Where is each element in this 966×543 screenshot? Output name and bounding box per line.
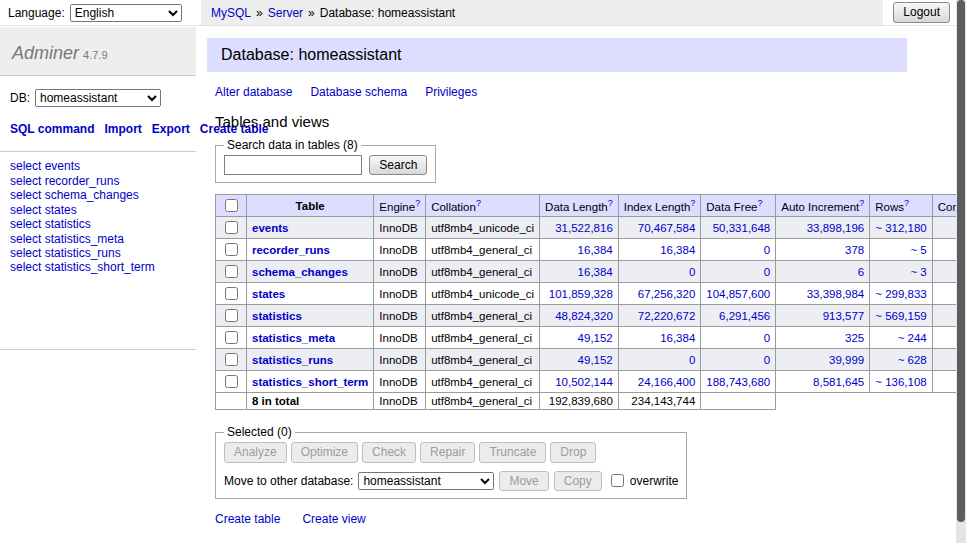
bulk-action-button[interactable]: Repair xyxy=(420,442,475,462)
sidebar-table-link[interactable]: select statistics_meta xyxy=(10,233,186,246)
table-name-link[interactable]: statistics xyxy=(252,310,302,322)
db-action-link[interactable]: Database schema xyxy=(310,85,407,99)
rows-count-link[interactable]: ~ 628 xyxy=(898,354,927,366)
help-link[interactable]: ? xyxy=(476,198,481,208)
data-free-link[interactable]: 0 xyxy=(764,354,770,366)
index-length-link[interactable]: 16,384 xyxy=(660,332,695,344)
index-length-link[interactable]: 0 xyxy=(689,266,695,278)
scrollbar-track[interactable] xyxy=(956,0,966,543)
index-length-link[interactable]: 70,467,584 xyxy=(638,222,696,234)
bulk-action-button[interactable]: Check xyxy=(362,442,416,462)
logout-button[interactable]: Logout xyxy=(893,2,950,22)
create-link[interactable]: Create view xyxy=(302,512,365,526)
data-length-link[interactable]: 31,522,816 xyxy=(555,222,613,234)
sidebar-table-link[interactable]: select events xyxy=(10,160,186,173)
overwrite-checkbox[interactable] xyxy=(611,474,624,487)
rows-count-link[interactable]: ~ 5 xyxy=(910,244,926,256)
data-free-link[interactable]: 0 xyxy=(764,266,770,278)
sidebar-menu-link[interactable]: SQL command xyxy=(10,122,94,136)
index-length-link[interactable]: 0 xyxy=(689,354,695,366)
index-length-link[interactable]: 72,220,672 xyxy=(638,310,696,322)
auto-increment-link[interactable]: 378 xyxy=(845,244,864,256)
bulk-action-button[interactable]: Analyze xyxy=(224,442,287,462)
data-length-link[interactable]: 101,859,328 xyxy=(549,288,613,300)
row-checkbox[interactable] xyxy=(225,287,238,300)
sidebar-table-link[interactable]: select statistics_short_term xyxy=(10,261,186,274)
data-length-link[interactable]: 49,152 xyxy=(578,332,613,344)
sidebar-menu-link[interactable]: Import xyxy=(104,122,141,136)
row-checkbox[interactable] xyxy=(225,243,238,256)
help-link[interactable]: ? xyxy=(859,198,864,208)
adminer-version[interactable]: 4.7.9 xyxy=(83,49,107,61)
index-length-link[interactable]: 16,384 xyxy=(660,244,695,256)
table-name-link[interactable]: events xyxy=(252,222,288,234)
table-name-link[interactable]: statistics_meta xyxy=(252,332,335,344)
language-select[interactable]: English xyxy=(70,4,182,22)
data-free-link[interactable]: 50,331,648 xyxy=(713,222,771,234)
table-name-link[interactable]: recorder_runs xyxy=(252,244,330,256)
row-checkbox[interactable] xyxy=(225,265,238,278)
table-name-link[interactable]: statistics_runs xyxy=(252,354,333,366)
auto-increment-link[interactable]: 6 xyxy=(858,266,864,278)
breadcrumb-server-link[interactable]: Server xyxy=(268,6,303,20)
sidebar-table-link[interactable]: select schema_changes xyxy=(10,189,186,202)
row-checkbox[interactable] xyxy=(225,309,238,322)
table-name-link[interactable]: schema_changes xyxy=(252,266,348,278)
data-free-link[interactable]: 0 xyxy=(764,332,770,344)
auto-increment-link[interactable]: 325 xyxy=(845,332,864,344)
data-free-link[interactable]: 0 xyxy=(764,244,770,256)
sidebar-table-link[interactable]: select statistics_runs xyxy=(10,247,186,260)
auto-increment-link[interactable]: 33,398,984 xyxy=(807,288,865,300)
db-action-link[interactable]: Privileges xyxy=(425,85,477,99)
move-button[interactable]: Move xyxy=(499,471,548,491)
row-checkbox[interactable] xyxy=(225,353,238,366)
auto-increment-link[interactable]: 33,898,196 xyxy=(807,222,865,234)
help-link[interactable]: ? xyxy=(690,198,695,208)
data-length-link[interactable]: 10,502,144 xyxy=(555,376,613,388)
rows-count-link[interactable]: ~ 569,159 xyxy=(875,310,926,322)
auto-increment-link[interactable]: 8,581,645 xyxy=(813,376,864,388)
sidebar-menu-link[interactable]: Export xyxy=(152,122,190,136)
sidebar-table-link[interactable]: select states xyxy=(10,204,186,217)
help-link[interactable]: ? xyxy=(757,198,762,208)
search-button[interactable]: Search xyxy=(369,155,427,175)
row-checkbox[interactable] xyxy=(225,375,238,388)
help-link[interactable]: ? xyxy=(415,198,420,208)
bulk-action-button[interactable]: Optimize xyxy=(291,442,358,462)
rows-count-link[interactable]: ~ 136,108 xyxy=(875,376,926,388)
rows-count-link[interactable]: ~ 312,180 xyxy=(875,222,926,234)
rows-count-link[interactable]: ~ 3 xyxy=(910,266,926,278)
data-length-link[interactable]: 48,824,320 xyxy=(555,310,613,322)
adminer-logo[interactable]: Adminer xyxy=(12,43,79,63)
sidebar-table-link[interactable]: select recorder_runs xyxy=(10,175,186,188)
data-length-link[interactable]: 16,384 xyxy=(578,266,613,278)
data-free-link[interactable]: 188,743,680 xyxy=(706,376,770,388)
auto-increment-link[interactable]: 39,999 xyxy=(829,354,864,366)
help-link[interactable]: ? xyxy=(608,198,613,208)
db-select[interactable]: homeassistant xyxy=(35,89,161,107)
data-free-link[interactable]: 6,291,456 xyxy=(719,310,770,322)
bulk-action-button[interactable]: Drop xyxy=(550,442,596,462)
data-free-link[interactable]: 104,857,600 xyxy=(706,288,770,300)
db-action-link[interactable]: Alter database xyxy=(215,85,292,99)
row-checkbox[interactable] xyxy=(225,331,238,344)
index-length-link[interactable]: 67,256,320 xyxy=(638,288,696,300)
auto-increment-link[interactable]: 913,577 xyxy=(823,310,865,322)
bulk-action-button[interactable]: Truncate xyxy=(479,442,546,462)
rows-count-link[interactable]: ~ 244 xyxy=(898,332,927,344)
table-name-link[interactable]: statistics_short_term xyxy=(252,376,368,388)
move-db-select[interactable]: homeassistant xyxy=(358,472,494,490)
select-all-checkbox[interactable] xyxy=(225,199,238,212)
data-length-link[interactable]: 16,384 xyxy=(578,244,613,256)
create-link[interactable]: Create table xyxy=(215,512,280,526)
rows-count-link[interactable]: ~ 299,833 xyxy=(875,288,926,300)
table-name-link[interactable]: states xyxy=(252,288,285,300)
scrollbar-thumb[interactable] xyxy=(957,0,965,522)
data-length-link[interactable]: 49,152 xyxy=(578,354,613,366)
search-input[interactable] xyxy=(224,155,362,175)
index-length-link[interactable]: 24,166,400 xyxy=(638,376,696,388)
help-link[interactable]: ? xyxy=(904,198,909,208)
row-checkbox[interactable] xyxy=(225,221,238,234)
copy-button[interactable]: Copy xyxy=(554,471,602,491)
breadcrumb-mysql-link[interactable]: MySQL xyxy=(211,6,251,20)
